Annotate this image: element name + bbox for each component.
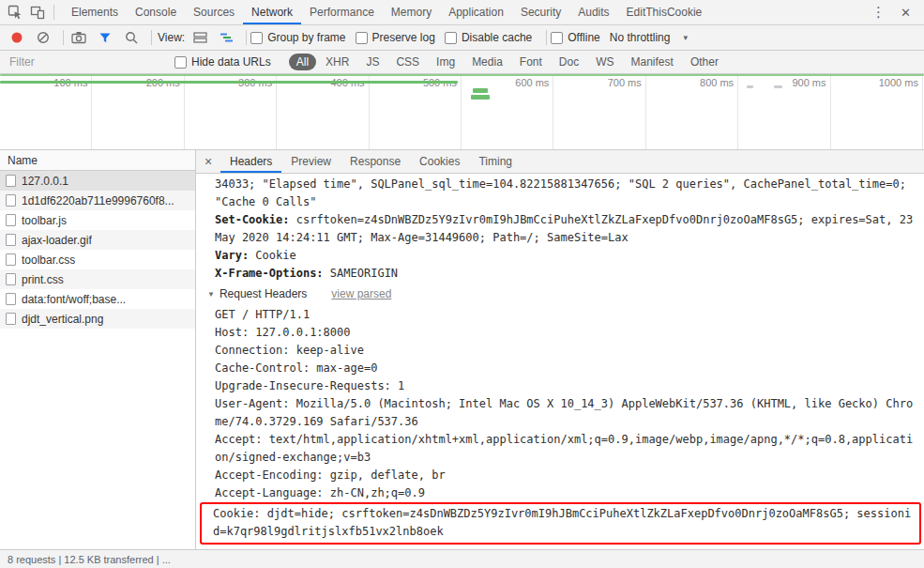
- filter-pill-doc[interactable]: Doc: [552, 54, 586, 70]
- request-name: print.css: [22, 273, 64, 286]
- record-button[interactable]: [6, 27, 28, 48]
- close-devtools-button[interactable]: ✕: [893, 6, 918, 20]
- search-button[interactable]: [120, 27, 143, 48]
- record-icon: [10, 31, 23, 44]
- request-row[interactable]: ajax-loader.gif: [0, 230, 195, 250]
- request-row[interactable]: 1d1df6220ab711e9996760f8...: [0, 191, 195, 210]
- group-by-frame-checkbox[interactable]: Group by frame: [250, 31, 345, 44]
- tab-network[interactable]: Network: [243, 0, 301, 24]
- detail-tab-response[interactable]: Response: [341, 150, 410, 173]
- request-name: djdt_vertical.png: [22, 313, 103, 326]
- request-headers-section-header[interactable]: ▼ Request Headers view parsed: [207, 287, 915, 300]
- detail-tab-headers[interactable]: Headers: [220, 150, 281, 173]
- filter-pill-font[interactable]: Font: [512, 54, 550, 70]
- file-icon: [6, 273, 16, 285]
- overview-activity-bar: [747, 85, 753, 88]
- cookie-header-line: Cookie: djdt=hide; csrftoken=z4sDnWBZDz5…: [213, 505, 916, 541]
- filter-pill-css[interactable]: CSS: [388, 54, 427, 70]
- filter-pill-ws[interactable]: WS: [588, 54, 621, 70]
- throttling-select[interactable]: No throttling ▾: [610, 31, 688, 44]
- tab-memory[interactable]: Memory: [383, 0, 440, 24]
- tab-audits[interactable]: Audits: [569, 0, 617, 24]
- overview-activity-bar: [471, 95, 490, 100]
- response-header-line: Set-Cookie: csrftoken=z4sDnWBZDz5Y9zIvr0…: [215, 211, 915, 247]
- raw-request-header-line: Connection: keep-alive: [215, 342, 915, 360]
- file-icon: [6, 253, 16, 266]
- request-row[interactable]: 127.0.0.1: [0, 171, 195, 191]
- file-icon: [6, 194, 16, 207]
- raw-request-header-line: Host: 127.0.0.1:8000: [215, 324, 915, 342]
- header-value: Cookie: [255, 249, 295, 262]
- request-name: ajax-loader.gif: [22, 234, 92, 247]
- clear-button[interactable]: [32, 27, 54, 48]
- filter-pill-all[interactable]: All: [289, 54, 316, 70]
- view-parsed-link[interactable]: view parsed: [331, 287, 391, 300]
- use-large-rows-button[interactable]: [189, 27, 211, 48]
- tab-editthiscookie[interactable]: EditThisCookie: [618, 0, 711, 24]
- overview-activity-bar: [0, 81, 458, 84]
- divider: [63, 30, 64, 45]
- response-headers-list: Set-Cookie: csrftoken=z4sDnWBZDz5Y9zIvr0…: [215, 211, 915, 283]
- hide-data-urls-checkbox[interactable]: Hide data URLs: [174, 55, 271, 69]
- filter-toggle-button[interactable]: [94, 27, 116, 48]
- devtools-tabs: ElementsConsoleSourcesNetworkPerformance…: [63, 0, 710, 24]
- device-toolbar-icon: [30, 5, 45, 20]
- camera-icon: [71, 31, 86, 44]
- more-options-button[interactable]: ⋮: [864, 4, 893, 21]
- large-rows-icon: [193, 31, 207, 44]
- response-header-overflow-line: 34033; "Elapsed time", SQLPanel_sql_time…: [215, 176, 915, 211]
- request-row[interactable]: data:font/woff;base...: [0, 289, 195, 309]
- disable-cache-checkbox[interactable]: Disable cache: [445, 31, 532, 44]
- inspect-element-button[interactable]: [4, 2, 26, 23]
- divider: [246, 30, 247, 45]
- name-column-header[interactable]: Name: [0, 150, 195, 171]
- tab-performance[interactable]: Performance: [301, 0, 383, 24]
- request-row[interactable]: print.css: [0, 269, 195, 289]
- request-name: toolbar.css: [22, 253, 75, 267]
- detail-tabbar: × HeadersPreviewResponseCookiesTiming: [196, 150, 924, 174]
- detail-tab-cookies[interactable]: Cookies: [410, 150, 469, 173]
- checkbox-label: Offline: [568, 31, 599, 44]
- tab-elements[interactable]: Elements: [63, 0, 127, 24]
- offline-checkbox[interactable]: Offline: [551, 31, 599, 44]
- tab-security[interactable]: Security: [512, 0, 569, 24]
- checkbox-icon: [445, 32, 457, 44]
- file-icon: [6, 214, 16, 226]
- checkbox-icon: [551, 32, 563, 44]
- timeline-activity-layer: [0, 74, 924, 149]
- filter-pill-media[interactable]: Media: [464, 54, 510, 70]
- tabbar-lead-icons: [0, 2, 63, 23]
- filter-input[interactable]: [8, 54, 161, 69]
- resource-type-filters: AllXHRJSCSSImgMediaFontDocWSManifestOthe…: [288, 54, 727, 70]
- tab-console[interactable]: Console: [127, 0, 185, 24]
- filter-pill-manifest[interactable]: Manifest: [624, 54, 681, 70]
- request-name: data:font/woff;base...: [22, 293, 126, 306]
- detail-tab-preview[interactable]: Preview: [281, 150, 341, 173]
- file-icon: [6, 234, 16, 246]
- request-row[interactable]: djdt_vertical.png: [0, 309, 195, 329]
- network-filter-bar: Hide data URLs AllXHRJSCSSImgMediaFontDo…: [0, 51, 924, 74]
- raw-request-header-line: Cache-Control: max-age=0: [215, 360, 915, 377]
- filter-pill-img[interactable]: Img: [429, 54, 462, 70]
- tab-sources[interactable]: Sources: [185, 0, 243, 24]
- checkbox-label: Preserve log: [372, 31, 435, 44]
- filter-pill-js[interactable]: JS: [358, 54, 386, 70]
- request-row[interactable]: toolbar.css: [0, 250, 195, 269]
- show-overview-button[interactable]: [215, 27, 237, 48]
- filter-pill-other[interactable]: Other: [683, 54, 726, 70]
- tab-application[interactable]: Application: [440, 0, 512, 24]
- request-row[interactable]: toolbar.js: [0, 210, 195, 230]
- capture-screenshots-button[interactable]: [68, 27, 90, 48]
- detail-tab-timing[interactable]: Timing: [469, 150, 522, 173]
- timeline-overview[interactable]: 100 ms200 ms300 ms400 ms500 ms600 ms700 …: [0, 74, 924, 150]
- overview-activity-bar: [0, 74, 924, 76]
- file-icon: [6, 313, 16, 325]
- divider: [53, 5, 54, 20]
- close-detail-button[interactable]: ×: [196, 150, 220, 173]
- filter-pill-xhr[interactable]: XHR: [318, 54, 356, 70]
- device-toolbar-button[interactable]: [26, 2, 49, 23]
- header-name: X-Frame-Options:: [215, 267, 324, 280]
- preserve-log-checkbox[interactable]: Preserve log: [356, 31, 435, 44]
- response-header-line: Vary: Cookie: [215, 247, 915, 265]
- request-name: 127.0.0.1: [22, 175, 68, 188]
